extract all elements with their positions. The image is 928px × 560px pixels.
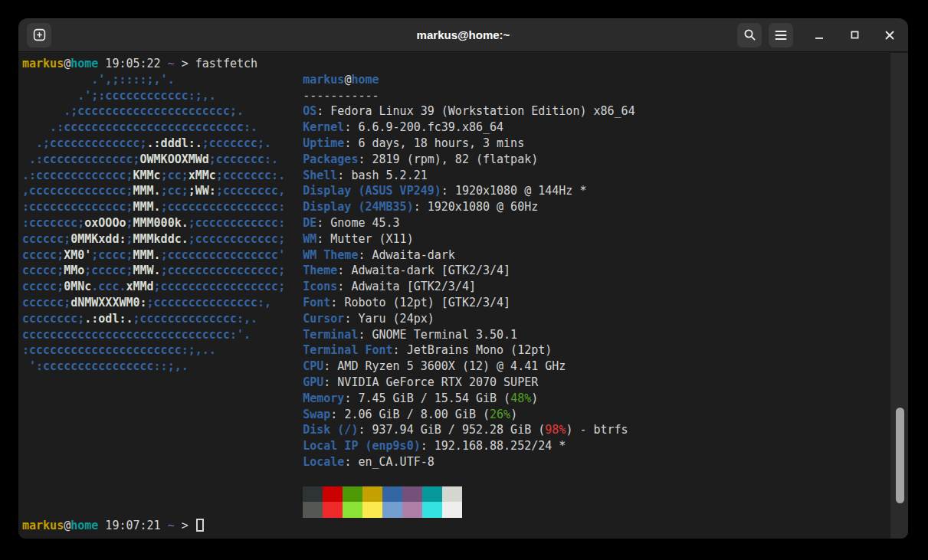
palette-swatch: [402, 502, 422, 518]
hamburger-menu-icon: [775, 30, 787, 41]
fastfetch-separator: -----------: [303, 88, 635, 104]
ascii-logo-line: cccccc;0MMKxdd:;MMMkddc.;cccccccccccc;: [22, 231, 285, 247]
palette-swatch: [323, 486, 343, 503]
fastfetch-entry: Disk (/): 937.94 GiB / 952.28 GiB (98%) …: [303, 422, 635, 438]
ascii-logo-line: ccccc;0MNc.ccc.xMMd;ccccccccccccccccc;: [22, 279, 285, 295]
fastfetch-entry: GPU: NVIDIA GeForce RTX 2070 SUPER: [303, 375, 635, 391]
palette-swatch: [422, 502, 442, 518]
palette-swatch: [422, 486, 442, 503]
shell-prompt-bottom: markus@home 19:07:21 ~ >: [22, 518, 888, 534]
ascii-logo-line: :cccccccccccccc;MMM.;cccccccccccccccc:: [22, 199, 285, 215]
ascii-logo-line: :ccccccc;oxOOOo;MMM000k.;cccccccccccc:: [22, 215, 285, 231]
ascii-logo-line: .',;::::;,'.: [22, 72, 285, 88]
palette-swatch: [343, 502, 362, 518]
fastfetch-title: markus@home: [303, 72, 635, 88]
terminal-cursor: [196, 519, 204, 532]
color-palette-row: [303, 502, 635, 518]
palette-swatch: [343, 486, 362, 503]
fastfetch-entry: Locale: en_CA.UTF-8: [303, 454, 635, 470]
fastfetch-entry: WM: Mutter (X11): [303, 231, 635, 247]
fastfetch-entry: Local IP (enp9s0): 192.168.88.252/24 *: [303, 438, 635, 454]
fastfetch-entry: Font: Roboto (12pt) [GTK2/3/4]: [303, 295, 635, 311]
fastfetch-output: .',;::::;,'. .';:cccccccccccc:;,. .;cccc…: [22, 72, 888, 518]
fastfetch-entry: DE: Gnome 45.3: [303, 215, 635, 231]
ascii-logo-line: .:ccccccccccccc;KMMc;cc;xMMc;ccccccc:.: [22, 168, 285, 184]
ascii-logo-line: .:cccccccccccccccccccccccccc:.: [22, 120, 285, 136]
maximize-icon: [851, 31, 859, 39]
ascii-logo-line: ccccc;MMo;ccccc;MMW.;cccccccccccccccc;: [22, 263, 285, 279]
fastfetch-entry: OS: Fedora Linux 39 (Workstation Edition…: [303, 103, 635, 120]
fastfetch-entry: Terminal: GNOME Terminal 3.50.1: [303, 327, 635, 343]
palette-swatch: [362, 486, 382, 503]
ascii-logo-line: .';:cccccccccccc:;,.: [22, 88, 285, 104]
ascii-logo-line: ,cccccccccccccc;MMM.;cc;;WW:;cccccccc,: [22, 183, 285, 199]
ascii-logo-line: cccccccccccccccccccccccccccccc:'.: [22, 327, 285, 343]
ascii-logo-line: cccccccc;.:odl:.;cccccccccccccc:,.: [22, 311, 285, 327]
color-palette-row: [303, 486, 635, 503]
fedora-ascii-logo: .',;::::;,'. .';:cccccccccccc:;,. .;cccc…: [22, 72, 285, 518]
shell-prompt-top: markus@home 19:05:22 ~ > fastfetch: [22, 56, 888, 72]
close-button[interactable]: [880, 26, 899, 44]
ascii-logo-line: :cccccccccccccccccccccc:;,..: [22, 342, 285, 359]
palette-swatch: [362, 502, 382, 518]
palette-swatch: [382, 502, 402, 518]
fastfetch-entry: Icons: Adwaita [GTK2/3/4]: [303, 279, 635, 295]
palette-swatch: [323, 502, 343, 518]
fastfetch-entry: Display (ASUS VP249): 1920x1080 @ 144Hz …: [303, 183, 635, 199]
ascii-logo-line: ccccc;XM0';cccc;MMM.;cccccccccccccccc': [22, 247, 285, 264]
scrollbar-track[interactable]: [890, 53, 908, 539]
fastfetch-entry: Shell: bash 5.2.21: [303, 168, 635, 184]
ascii-logo-line: ':cccccccccccccccc::;,.: [22, 359, 285, 375]
fastfetch-entry: Cursor: Yaru (24px): [303, 311, 635, 327]
palette-swatch: [303, 502, 323, 518]
titlebar: markus@home:~: [18, 18, 908, 52]
ascii-logo-line: cccccc;dNMWXXXWM0:;ccccccccccccccc:,: [22, 295, 285, 311]
add-tab-icon: [33, 28, 46, 41]
ascii-logo-line: .:ccccccccccccc;OWMKOOXMWd;ccccccc:.: [22, 152, 285, 168]
scrollbar-thumb[interactable]: [896, 408, 904, 503]
close-icon: [885, 31, 894, 40]
fastfetch-entry: Swap: 2.06 GiB / 8.00 GiB (26%): [303, 407, 635, 423]
ascii-logo-line: .;ccccccccccccc;.:dddl:.;ccccccc;.: [22, 136, 285, 152]
fastfetch-entry: Display (24MB35): 1920x1080 @ 60Hz: [303, 199, 635, 215]
blank-line: [303, 470, 635, 486]
minimize-button[interactable]: [810, 26, 828, 44]
fastfetch-entry: Terminal Font: JetBrains Mono (12pt): [303, 342, 635, 359]
titlebar-controls: [737, 23, 908, 47]
palette-swatch: [382, 486, 402, 503]
new-tab-button[interactable]: [27, 23, 51, 47]
palette-swatch: [402, 486, 422, 503]
fastfetch-entry: CPU: AMD Ryzen 5 3600X (12) @ 4.41 GHz: [303, 359, 635, 375]
menu-button[interactable]: [769, 23, 793, 47]
minimize-icon: [815, 31, 824, 40]
palette-swatch: [303, 486, 323, 503]
fastfetch-entry: Uptime: 6 days, 18 hours, 3 mins: [303, 136, 635, 152]
maximize-button[interactable]: [845, 26, 864, 44]
search-icon: [743, 28, 756, 41]
fastfetch-entry: Memory: 7.45 GiB / 15.54 GiB (48%): [303, 391, 635, 407]
fastfetch-entry: Packages: 2819 (rpm), 82 (flatpak): [303, 152, 635, 168]
palette-swatch: [442, 502, 462, 518]
fastfetch-entry: Kernel: 6.6.9-200.fc39.x86_64: [303, 120, 635, 136]
search-button[interactable]: [737, 23, 762, 47]
terminal-window: markus@home:~: [18, 18, 908, 539]
terminal-content[interactable]: markus@home 19:05:22 ~ > fastfetch .',;:…: [18, 53, 908, 539]
palette-swatch: [442, 486, 462, 503]
fastfetch-entry: WM Theme: Adwaita-dark: [303, 247, 635, 264]
fastfetch-info: markus@home-----------OS: Fedora Linux 3…: [303, 72, 635, 518]
ascii-logo-line: .;cccccccccccccccccccccc;.: [22, 103, 285, 120]
fastfetch-entry: Theme: Adwaita-dark [GTK2/3/4]: [303, 263, 635, 279]
